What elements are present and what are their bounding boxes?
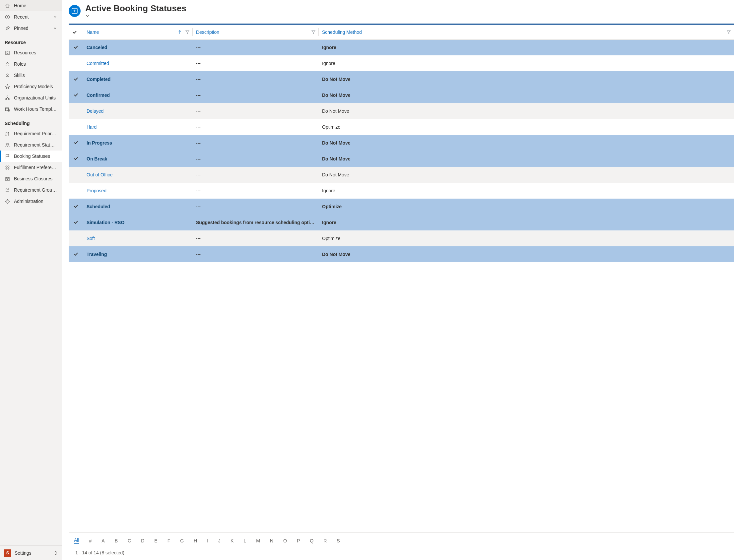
nav-label: Requirement Group … <box>14 187 57 193</box>
record-link[interactable]: Proposed <box>87 188 106 193</box>
alpha-filter[interactable]: G <box>180 538 184 543</box>
table-row[interactable]: Proposed---Ignore <box>69 183 734 199</box>
column-header-description[interactable]: Description <box>193 25 319 39</box>
row-selector[interactable] <box>69 215 83 230</box>
record-link[interactable]: Confirmed <box>87 93 110 98</box>
alpha-filter[interactable]: D <box>141 538 144 543</box>
record-link[interactable]: Completed <box>87 77 110 82</box>
filter-icon[interactable] <box>185 30 189 34</box>
record-link[interactable]: Soft <box>87 236 95 241</box>
record-link[interactable]: Hard <box>87 124 96 130</box>
alpha-filter[interactable]: J <box>218 538 220 543</box>
nav-item[interactable]: Roles <box>0 58 62 70</box>
alpha-filter[interactable]: # <box>89 538 92 543</box>
row-selector[interactable] <box>69 167 83 183</box>
record-link[interactable]: Committed <box>87 61 109 66</box>
table-row[interactable]: Out of Office---Do Not Move <box>69 167 734 183</box>
column-header-name[interactable]: Name <box>83 25 193 39</box>
chevron-down-icon <box>85 14 188 18</box>
alpha-filter[interactable]: C <box>128 538 131 543</box>
area-switcher[interactable]: S Settings <box>0 545 62 560</box>
alpha-filter[interactable]: P <box>297 538 300 543</box>
alpha-filter[interactable]: R <box>323 538 327 543</box>
cell-name: Scheduled <box>83 199 193 215</box>
row-selector[interactable] <box>69 246 83 262</box>
table-row[interactable]: Delayed---Do Not Move <box>69 103 734 119</box>
alpha-filter[interactable]: O <box>283 538 287 543</box>
alpha-filter[interactable]: H <box>194 538 197 543</box>
alpha-filter[interactable]: F <box>167 538 170 543</box>
record-link[interactable]: In Progress <box>87 140 112 146</box>
alpha-filter[interactable]: M <box>256 538 260 543</box>
filter-icon[interactable] <box>311 30 315 34</box>
table-row[interactable]: Scheduled---Optimize <box>69 199 734 215</box>
data-grid[interactable]: Name Description <box>69 24 734 532</box>
table-row[interactable]: Soft---Optimize <box>69 230 734 246</box>
table-row[interactable]: Completed---Do Not Move <box>69 71 734 87</box>
record-link[interactable]: Out of Office <box>87 172 112 177</box>
nav-item[interactable]: Work Hours Templates <box>0 103 62 115</box>
alpha-filter[interactable]: B <box>115 538 118 543</box>
alpha-filter[interactable]: K <box>230 538 233 543</box>
table-row[interactable]: Canceled---Ignore <box>69 39 734 55</box>
alpha-filter[interactable]: L <box>243 538 246 543</box>
record-link[interactable]: Canceled <box>87 45 107 50</box>
cell-method: Do Not Move <box>319 87 734 103</box>
view-title[interactable]: Active Booking Statuses <box>85 3 188 18</box>
svg-point-12 <box>6 166 7 167</box>
row-selector[interactable] <box>69 119 83 135</box>
nav-item[interactable]: Fulfillment Preferences <box>0 162 62 173</box>
row-selector[interactable] <box>69 230 83 246</box>
alpha-filter[interactable]: E <box>154 538 157 543</box>
nav-item[interactable]: Booking Statuses <box>0 151 62 162</box>
nav-item[interactable]: Organizational Units <box>0 92 62 103</box>
alpha-filter[interactable]: All <box>74 537 79 544</box>
table-row[interactable]: Confirmed---Do Not Move <box>69 87 734 103</box>
nav-item[interactable]: Requirement Group … <box>0 184 62 196</box>
nav-item-home[interactable]: Home <box>0 0 62 11</box>
table-row[interactable]: Hard---Optimize <box>69 119 734 135</box>
row-selector[interactable] <box>69 71 83 87</box>
row-selector[interactable] <box>69 135 83 151</box>
alpha-filter[interactable]: N <box>270 538 273 543</box>
nav-item[interactable]: Requirement Priorities <box>0 128 62 139</box>
nav-label: Booking Statuses <box>14 154 50 159</box>
alpha-filter[interactable]: A <box>101 538 104 543</box>
row-selector[interactable] <box>69 55 83 71</box>
nav-item-pinned[interactable]: Pinned <box>0 23 62 34</box>
row-selector[interactable] <box>69 199 83 215</box>
table-row[interactable]: In Progress---Do Not Move <box>69 135 734 151</box>
record-link[interactable]: Delayed <box>87 108 103 114</box>
view-header: Active Booking Statuses <box>62 0 734 24</box>
row-selector[interactable] <box>69 103 83 119</box>
filter-icon[interactable] <box>727 30 731 34</box>
select-all-header[interactable] <box>69 25 83 39</box>
check-icon <box>73 76 79 82</box>
record-link[interactable]: On Break <box>87 156 107 161</box>
table-row[interactable]: On Break---Do Not Move <box>69 151 734 167</box>
nav-item[interactable]: Requirement Statuses <box>0 139 62 151</box>
alpha-filter[interactable]: S <box>336 538 339 543</box>
row-selector[interactable] <box>69 183 83 199</box>
record-link[interactable]: Simulation - RSO <box>87 220 124 225</box>
nav-item[interactable]: Proficiency Models <box>0 81 62 92</box>
row-selector[interactable] <box>69 87 83 103</box>
cell-description: Suggested bookings from resource schedul… <box>193 215 319 230</box>
nav-label: Home <box>14 3 26 8</box>
nav-item[interactable]: Skills <box>0 70 62 81</box>
alpha-filter[interactable]: Q <box>310 538 313 543</box>
cell-description: --- <box>193 103 319 119</box>
alpha-filter[interactable]: I <box>207 538 208 543</box>
table-row[interactable]: Committed---Ignore <box>69 55 734 71</box>
nav-item[interactable]: Administration <box>0 196 62 207</box>
row-selector[interactable] <box>69 151 83 167</box>
record-link[interactable]: Scheduled <box>87 204 110 209</box>
nav-item-recent[interactable]: Recent <box>0 11 62 23</box>
row-selector[interactable] <box>69 39 83 55</box>
table-row[interactable]: Simulation - RSOSuggested bookings from … <box>69 215 734 230</box>
column-header-method[interactable]: Scheduling Method <box>319 25 734 39</box>
nav-item[interactable]: Business Closures <box>0 173 62 184</box>
record-link[interactable]: Traveling <box>87 252 107 257</box>
nav-item[interactable]: Resources <box>0 47 62 58</box>
table-row[interactable]: Traveling---Do Not Move <box>69 246 734 262</box>
